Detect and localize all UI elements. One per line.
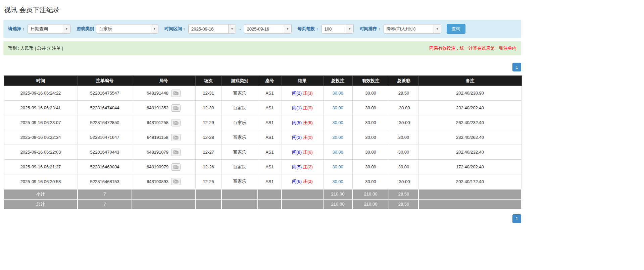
chevron-down-icon[interactable]: ▾: [228, 24, 236, 33]
total-label: 总计: [4, 199, 78, 209]
total-payout: 28.50: [389, 199, 418, 209]
player-result: 闲(6): [292, 179, 302, 184]
game-type-combo[interactable]: 百家乐 ▾: [96, 24, 158, 34]
table-no-cell: AS1: [258, 160, 282, 174]
total-bet-link[interactable]: 30.00: [332, 135, 343, 140]
round-id-value: 648190893: [147, 179, 168, 184]
banker-result: 庄(0): [303, 105, 313, 110]
game-type-label: 游戏类别: [77, 26, 94, 32]
video-replay-icon[interactable]: [171, 163, 181, 171]
session-cell: 12-29: [195, 115, 221, 130]
total-bet-link[interactable]: 30.00: [332, 105, 343, 110]
subtotal-payout: 28.50: [389, 189, 418, 199]
payout-cell: -30.00: [389, 115, 418, 130]
video-replay-icon[interactable]: [171, 134, 181, 141]
total-bet-link[interactable]: 30.00: [332, 150, 343, 155]
note-cell: 202.40/230.90: [418, 86, 522, 101]
table-footer: 小计 7 210.00 210.00 28.50 总计 7 2: [4, 189, 522, 209]
round-id-value: 648190979: [147, 164, 168, 169]
round-id-value: 648191448: [147, 91, 168, 96]
game-type-value[interactable]: 百家乐: [96, 24, 151, 33]
round-id-cell: 648191079: [132, 145, 195, 160]
total-bet-link[interactable]: 30.00: [332, 179, 343, 184]
total-valid-bet: 210.00: [352, 199, 389, 209]
time-cell: 2025-09-16 06:22:34: [4, 130, 78, 145]
bet-records-table: 时间 注单编号 局号 场次 游戏类别 桌号 结果 总投注 有效投注 总派彩 备注…: [3, 75, 522, 210]
sort-order-combo[interactable]: 降幂(由大到小) ▾: [384, 24, 441, 34]
date-from-combo[interactable]: 2025-09-16 ▾: [188, 24, 236, 34]
result-cell: 闲(2)庄(3): [282, 86, 323, 101]
search-button[interactable]: 查询: [447, 24, 465, 34]
round-id-cell: 648190979: [132, 160, 195, 174]
chevron-down-icon[interactable]: ▾: [63, 24, 70, 33]
bet-id-cell: 522816474044: [78, 101, 132, 115]
chevron-down-icon[interactable]: ▾: [284, 24, 291, 33]
player-result: 闲(5): [292, 120, 302, 125]
chevron-down-icon[interactable]: ▾: [151, 24, 158, 33]
game-type-cell: 百家乐: [221, 130, 258, 145]
total-bet-cell: 30.00: [323, 86, 352, 101]
time-cell: 2025-09-16 06:23:07: [4, 115, 78, 130]
header-bet-id: 注单编号: [78, 76, 132, 86]
query-type-combo[interactable]: 日期查询 ▾: [28, 24, 70, 34]
page-size-value[interactable]: 100: [322, 24, 346, 33]
time-range-label: 时间区间：: [164, 26, 186, 32]
payout-cell: -30.00: [389, 174, 418, 189]
select-label: 请选择：: [8, 26, 26, 32]
video-replay-icon[interactable]: [171, 104, 181, 112]
page-1-button[interactable]: 1: [512, 63, 521, 71]
game-type-cell: 百家乐: [221, 86, 258, 101]
table-header: 时间 注单编号 局号 场次 游戏类别 桌号 结果 总投注 有效投注 总派彩 备注: [4, 76, 522, 86]
total-bet-link[interactable]: 30.00: [332, 120, 343, 125]
header-payout: 总派彩: [389, 76, 418, 86]
video-replay-icon[interactable]: [171, 149, 181, 156]
banker-result: 庄(2): [303, 179, 313, 184]
date-to-value[interactable]: 2025-09-16: [244, 24, 284, 33]
header-total-bet: 总投注: [323, 76, 352, 86]
player-result: 闲(1): [292, 105, 302, 110]
header-session: 场次: [195, 76, 221, 86]
total-bet-cell: 30.00: [323, 145, 352, 160]
note-cell: 262.40/232.40: [418, 115, 522, 130]
date-from-value[interactable]: 2025-09-16: [189, 24, 228, 33]
note-cell: 172.40/202.40: [418, 160, 522, 174]
total-bet-link[interactable]: 30.00: [332, 91, 343, 96]
round-id-cell: 648190893: [132, 174, 195, 189]
query-type-value[interactable]: 日期查询: [28, 24, 63, 33]
video-replay-icon[interactable]: [171, 90, 181, 97]
total-bet-link[interactable]: 30.00: [332, 164, 343, 169]
chevron-down-icon[interactable]: ▾: [346, 24, 353, 33]
page-container: 视讯 会员下注纪录 请选择： 日期查询 ▾ 游戏类别 百家乐 ▾ 时间区间： 2…: [0, 0, 525, 230]
valid-bet-cell: 30.00: [352, 160, 389, 174]
subtotal-count: 7: [78, 189, 132, 199]
header-game-type: 游戏类别: [221, 76, 258, 86]
banker-result: 庄(0): [303, 135, 313, 140]
pagination-top: 1: [3, 63, 521, 71]
game-type-cell: 百家乐: [221, 145, 258, 160]
total-bet-cell: 30.00: [323, 174, 352, 189]
note-cell: 202.40/172.40: [418, 174, 522, 189]
subtotal-row: 小计 7 210.00 210.00 28.50: [4, 189, 522, 199]
player-result: 闲(2): [292, 91, 302, 96]
round-id-value: 648191352: [147, 105, 168, 110]
date-to-combo[interactable]: 2025-09-16 ▾: [244, 24, 292, 34]
bet-id-cell: 522816470443: [78, 145, 132, 160]
page-size-combo[interactable]: 100 ▾: [321, 24, 354, 34]
subtotal-valid-bet: 210.00: [352, 189, 389, 199]
video-replay-icon[interactable]: [171, 178, 181, 185]
result-cell: 闲(6)庄(2): [282, 174, 323, 189]
round-id-value: 648191158: [147, 135, 168, 140]
sort-order-label: 时间排序：: [360, 26, 382, 32]
chevron-down-icon[interactable]: ▾: [434, 24, 441, 33]
sort-order-value[interactable]: 降幂(由大到小): [384, 24, 434, 33]
table-no-cell: AS1: [258, 86, 282, 101]
header-note: 备注: [418, 76, 522, 86]
video-replay-icon[interactable]: [171, 119, 181, 126]
banker-result: 庄(2): [303, 164, 313, 169]
table-row: 2025-09-16 06:22:03 522816470443 6481910…: [4, 145, 522, 160]
bet-id-cell: 522816468153: [78, 174, 132, 189]
table-no-cell: AS1: [258, 145, 282, 160]
bet-id-cell: 522816475547: [78, 86, 132, 101]
page-1-button[interactable]: 1: [512, 214, 521, 223]
time-cell: 2025-09-16 06:22:03: [4, 145, 78, 160]
